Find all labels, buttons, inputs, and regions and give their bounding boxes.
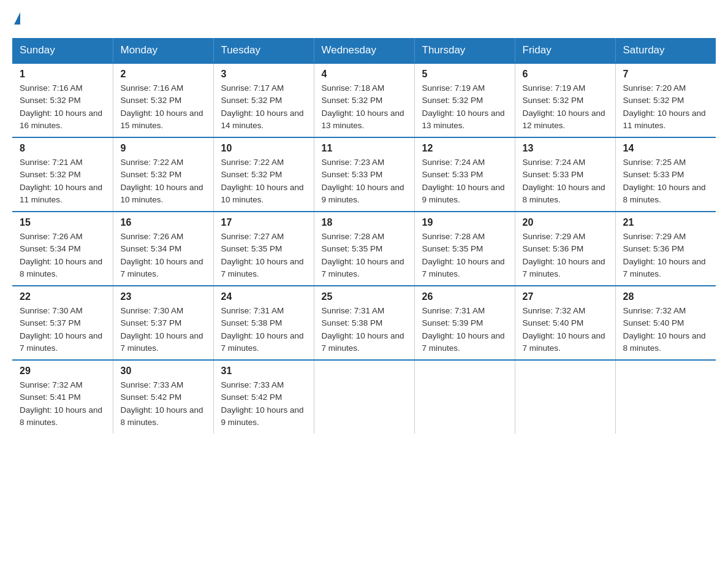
sun-info: Sunrise: 7:24 AM Sunset: 5:33 PM Dayligh… [523,156,608,206]
day-number: 11 [322,143,407,154]
sun-info: Sunrise: 7:20 AM Sunset: 5:32 PM Dayligh… [623,82,709,132]
day-number: 1 [20,69,105,80]
calendar-body: 1 Sunrise: 7:16 AM Sunset: 5:32 PM Dayli… [12,63,716,434]
sun-info: Sunrise: 7:33 AM Sunset: 5:42 PM Dayligh… [121,379,206,429]
sunrise-label: Sunrise: 7:27 AM [221,232,284,241]
day-number: 26 [422,291,507,302]
daylight-label: Daylight: 10 hours and 7 minutes. [523,331,605,353]
sunset-label: Sunset: 5:36 PM [623,244,684,253]
sunset-label: Sunset: 5:39 PM [422,318,483,327]
daylight-label: Daylight: 10 hours and 13 minutes. [322,109,404,130]
day-header-saturday: Saturday [615,38,716,63]
day-number: 10 [221,143,306,154]
sun-info: Sunrise: 7:16 AM Sunset: 5:32 PM Dayligh… [121,82,206,132]
day-number: 23 [121,291,206,302]
calendar-cell: 31 Sunrise: 7:33 AM Sunset: 5:42 PM Dayl… [213,360,314,434]
calendar-cell: 22 Sunrise: 7:30 AM Sunset: 5:37 PM Dayl… [12,286,113,360]
daylight-label: Daylight: 10 hours and 7 minutes. [322,257,404,278]
day-number: 27 [523,291,608,302]
sunset-label: Sunset: 5:35 PM [221,244,282,253]
day-number: 21 [623,217,709,228]
sun-info: Sunrise: 7:32 AM Sunset: 5:40 PM Dayligh… [523,305,608,354]
sunrise-label: Sunrise: 7:30 AM [121,306,184,315]
calendar-cell: 13 Sunrise: 7:24 AM Sunset: 5:33 PM Dayl… [515,137,615,212]
sunrise-label: Sunrise: 7:16 AM [20,83,83,93]
sunset-label: Sunset: 5:33 PM [623,170,684,179]
day-number: 2 [121,69,206,80]
sunset-label: Sunset: 5:38 PM [322,318,383,327]
sunrise-label: Sunrise: 7:24 AM [523,158,586,167]
sun-info: Sunrise: 7:30 AM Sunset: 5:37 PM Dayligh… [121,305,206,354]
calendar-cell: 11 Sunrise: 7:23 AM Sunset: 5:33 PM Dayl… [314,137,414,212]
daylight-label: Daylight: 10 hours and 7 minutes. [121,257,203,278]
sunrise-label: Sunrise: 7:31 AM [422,306,485,315]
sunset-label: Sunset: 5:32 PM [121,96,182,105]
calendar-cell: 14 Sunrise: 7:25 AM Sunset: 5:33 PM Dayl… [615,137,716,212]
day-number: 25 [322,291,407,302]
daylight-label: Daylight: 10 hours and 9 minutes. [322,183,404,204]
week-row-4: 22 Sunrise: 7:30 AM Sunset: 5:37 PM Dayl… [12,286,716,360]
sun-info: Sunrise: 7:31 AM Sunset: 5:39 PM Dayligh… [422,305,507,354]
sunset-label: Sunset: 5:37 PM [121,318,182,327]
sunrise-label: Sunrise: 7:31 AM [221,306,284,315]
day-header-sunday: Sunday [12,38,113,63]
sun-info: Sunrise: 7:30 AM Sunset: 5:37 PM Dayligh… [20,305,105,354]
week-row-5: 29 Sunrise: 7:32 AM Sunset: 5:41 PM Dayl… [12,360,716,434]
day-header-tuesday: Tuesday [213,38,314,63]
daylight-label: Daylight: 10 hours and 11 minutes. [20,183,102,204]
sun-info: Sunrise: 7:32 AM Sunset: 5:41 PM Dayligh… [20,379,105,429]
day-number: 13 [523,143,608,154]
day-header-friday: Friday [515,38,615,63]
daylight-label: Daylight: 10 hours and 10 minutes. [221,183,304,204]
day-number: 28 [623,291,709,302]
daylight-label: Daylight: 10 hours and 13 minutes. [422,109,505,130]
sun-info: Sunrise: 7:17 AM Sunset: 5:32 PM Dayligh… [221,82,306,132]
sun-info: Sunrise: 7:26 AM Sunset: 5:34 PM Dayligh… [121,231,206,280]
calendar-cell [414,360,515,434]
calendar-cell: 10 Sunrise: 7:22 AM Sunset: 5:32 PM Dayl… [213,137,314,212]
sunrise-label: Sunrise: 7:17 AM [221,83,284,93]
daylight-label: Daylight: 10 hours and 8 minutes. [20,405,102,427]
calendar-cell: 15 Sunrise: 7:26 AM Sunset: 5:34 PM Dayl… [12,212,113,286]
daylight-label: Daylight: 10 hours and 8 minutes. [623,183,706,204]
calendar-cell: 8 Sunrise: 7:21 AM Sunset: 5:32 PM Dayli… [12,137,113,212]
sunset-label: Sunset: 5:32 PM [322,96,383,105]
calendar-cell [314,360,414,434]
day-number: 29 [20,366,105,377]
sunrise-label: Sunrise: 7:25 AM [623,158,686,167]
logo-triangle-icon [14,12,20,25]
daylight-label: Daylight: 10 hours and 8 minutes. [623,331,706,353]
calendar-cell: 26 Sunrise: 7:31 AM Sunset: 5:39 PM Dayl… [414,286,515,360]
logo [12,12,20,26]
week-row-3: 15 Sunrise: 7:26 AM Sunset: 5:34 PM Dayl… [12,212,716,286]
day-number: 18 [322,217,407,228]
sunrise-label: Sunrise: 7:26 AM [121,232,184,241]
day-number: 17 [221,217,306,228]
sunrise-label: Sunrise: 7:28 AM [322,232,385,241]
sunset-label: Sunset: 5:32 PM [20,96,81,105]
daylight-label: Daylight: 10 hours and 8 minutes. [523,183,605,204]
day-number: 4 [322,69,407,80]
daylight-label: Daylight: 10 hours and 7 minutes. [422,331,505,353]
day-number: 12 [422,143,507,154]
calendar-cell [515,360,615,434]
sunrise-label: Sunrise: 7:28 AM [422,232,485,241]
calendar-cell: 18 Sunrise: 7:28 AM Sunset: 5:35 PM Dayl… [314,212,414,286]
calendar-cell: 7 Sunrise: 7:20 AM Sunset: 5:32 PM Dayli… [615,63,716,137]
calendar-cell: 5 Sunrise: 7:19 AM Sunset: 5:32 PM Dayli… [414,63,515,137]
calendar-cell: 12 Sunrise: 7:24 AM Sunset: 5:33 PM Dayl… [414,137,515,212]
sun-info: Sunrise: 7:23 AM Sunset: 5:33 PM Dayligh… [322,156,407,206]
calendar-cell: 16 Sunrise: 7:26 AM Sunset: 5:34 PM Dayl… [113,212,213,286]
daylight-label: Daylight: 10 hours and 11 minutes. [623,109,706,130]
sunrise-label: Sunrise: 7:30 AM [20,306,83,315]
sun-info: Sunrise: 7:19 AM Sunset: 5:32 PM Dayligh… [523,82,608,132]
daylight-label: Daylight: 10 hours and 7 minutes. [121,331,203,353]
sun-info: Sunrise: 7:26 AM Sunset: 5:34 PM Dayligh… [20,231,105,280]
sunset-label: Sunset: 5:33 PM [422,170,483,179]
day-number: 9 [121,143,206,154]
sunset-label: Sunset: 5:34 PM [20,244,81,253]
sunrise-label: Sunrise: 7:23 AM [322,158,385,167]
sunrise-label: Sunrise: 7:26 AM [20,232,83,241]
sunset-label: Sunset: 5:35 PM [422,244,483,253]
calendar-table: SundayMondayTuesdayWednesdayThursdayFrid… [12,38,716,434]
